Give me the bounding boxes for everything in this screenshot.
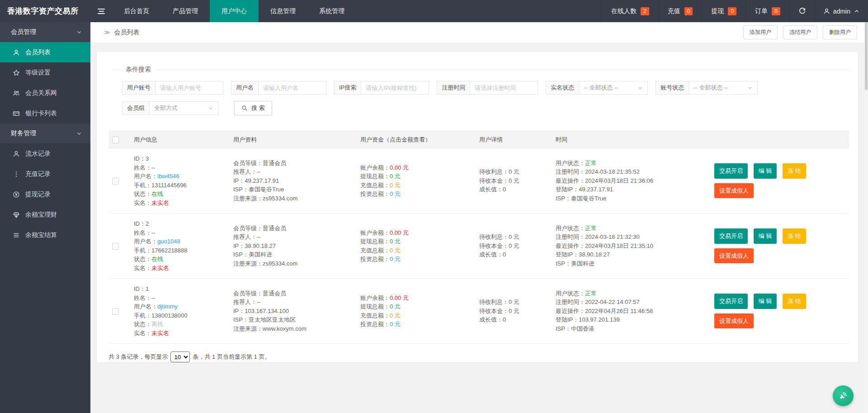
user-icon [13,49,20,56]
invest-total-link[interactable]: 0 元 [390,321,401,328]
chevron-down-icon [747,85,753,91]
stat-orders[interactable]: 订单 0 [745,0,789,22]
row-checkbox[interactable] [112,308,119,315]
user-menu[interactable]: admin [815,0,868,22]
realname-status: 未实名 [151,265,169,271]
username-link[interactable]: djtimmy [157,303,178,310]
table-row: ID：2 姓名：-- 用户名：guo1048 手机：17662218888 状态… [108,214,849,279]
sidebar-item-level-settings[interactable]: 等级设置 [0,62,90,83]
realname-status-select[interactable]: -- 全部状态 -- [579,81,648,95]
bank-card-icon [13,110,20,117]
sidebar-item-withdraw-records[interactable]: 提现记录 [0,184,90,204]
sidebar-group-finance[interactable]: 财务管理 [0,123,90,143]
chevron-down-icon [76,130,82,137]
cell-time: 用户状态：正常 注册时间：2024-03-18 21:32:30 最近操作：20… [552,214,711,279]
select-all-checkbox[interactable] [112,137,119,143]
top-nav: 后台首页 产品管理 用户中心 信息管理 系统管理 [112,0,356,22]
sidebar-item-flow-records[interactable]: 流水记录 [0,143,90,164]
growth-value: 0 [503,251,506,258]
sound-toggle-button[interactable] [833,385,854,406]
edit-button[interactable]: 编 辑 [754,294,777,309]
member-group-select[interactable]: 全部方式 [150,101,218,115]
balance-link[interactable]: 0.00 元 [390,229,409,236]
ip-search-input[interactable] [361,81,429,95]
referrer: -- [257,299,261,305]
balance-link[interactable]: 0.00 元 [390,294,409,301]
cell-user-funds: 账户余额：0.00 元 提现总额：0 元 充值总额：0 元 投资总额：0 元 [357,148,476,214]
row-checkbox[interactable] [112,243,119,250]
sidebar-item-bank-cards[interactable]: 银行卡列表 [0,103,90,123]
recharge-total-link[interactable]: 0 元 [390,247,401,254]
row-checkbox[interactable] [112,178,119,185]
set-fake-user-button[interactable]: 设置成假人 [714,183,754,199]
freeze-button[interactable]: 冻 结 [783,163,806,179]
online-status: 离线 [151,321,163,328]
freeze-user-button[interactable]: 冻结用户 [783,25,817,39]
nav-item-user-center[interactable]: 用户中心 [210,0,259,22]
account-input[interactable] [156,81,223,95]
trade-toggle-button[interactable]: 交易开启 [714,228,748,244]
stat-orders-label: 订单 [755,7,768,15]
cell-user-profile: 会员等级：普通会员 推荐人：-- IP：38.90.18.27 ISP：美国科进… [230,214,357,279]
username-link[interactable]: lbw4546 [157,173,179,180]
pending-interest: 0 元 [509,168,519,175]
vertical-scrollbar[interactable] [864,22,868,413]
withdraw-total-link[interactable]: 0 元 [390,303,401,310]
nav-item-information[interactable]: 信息管理 [259,0,307,22]
add-user-button[interactable]: 添加用户 [743,25,778,39]
trade-toggle-button[interactable]: 交易开启 [714,163,748,179]
sidebar-item-member-list[interactable]: 会员列表 [0,42,90,62]
reg-time: 2024-03-18 21:32:30 [585,233,640,240]
delete-user-button[interactable]: 删除用户 [823,25,857,39]
table-body: ID：3 姓名：-- 用户名：lbw4546 手机：13111445696 状态… [108,148,849,344]
table-row: ID：1 姓名：-- 用户名：djtimmy 手机：13800138000 状态… [108,279,849,344]
withdraw-total-link[interactable]: 0 元 [390,238,401,245]
invest-total-link[interactable]: 0 元 [390,190,401,197]
edit-button[interactable]: 编 辑 [754,228,777,244]
scrollbar-thumb[interactable] [865,22,868,90]
refresh-button[interactable] [789,0,815,22]
nav-item-products[interactable]: 产品管理 [161,0,210,22]
nav-item-system[interactable]: 系统管理 [307,0,356,22]
stat-online-users[interactable]: 在线人数 2 [602,0,658,22]
reg-ip: 103.167.134.100 [245,308,289,314]
user-id: 3 [146,155,149,162]
cell-user-details: 待收利息：0 元 待收本金：0 元 成长值：0 [476,279,552,344]
content-card: 条件搜索 用户账号 用户名 IP搜索 注册时间 实名状态 -- [97,52,858,362]
invest-total-link[interactable]: 0 元 [390,256,401,262]
sidebar-group-members[interactable]: 会员管理 [0,22,90,42]
main-content: 条件搜索 用户账号 用户名 IP搜索 注册时间 实名状态 -- [90,43,868,413]
sidebar-item-recharge-records[interactable]: 充值记录 [0,164,90,184]
balance-link[interactable]: 0.00 元 [390,164,409,171]
edit-button[interactable]: 编 辑 [754,163,777,179]
set-fake-user-button[interactable]: 设置成假人 [714,248,754,264]
user-id: 2 [146,220,149,227]
sidebar-item-yuebao-settlement[interactable]: 余额宝结算 [0,225,90,245]
reg-ip: 49.237.17.91 [245,177,279,184]
freeze-button[interactable]: 冻 结 [783,294,806,309]
sidebar-item-member-network[interactable]: 会员关系网 [0,83,90,103]
withdraw-total-link[interactable]: 0 元 [390,173,401,180]
recharge-total-link[interactable]: 0 元 [390,182,401,189]
username-link[interactable]: guo1048 [157,238,180,245]
stat-withdraw[interactable]: 提现 0 [702,0,745,22]
filter-account-label: 用户账号 [122,81,156,95]
col-actions [711,131,849,148]
hamburger-icon[interactable] [90,0,112,22]
table-header: 用户信息 用户资料 用户资金（点击金额查看） 用户详情 时间 [108,131,849,148]
trade-toggle-button[interactable]: 交易开启 [714,294,748,309]
search-button[interactable]: 搜 索 [234,101,272,115]
stat-online-label: 在线人数 [611,7,637,15]
username-input[interactable] [259,81,326,95]
breadcrumb-separator-icon: ≫ [104,29,110,36]
filter-member-group-label: 会员组 [122,101,150,115]
freeze-button[interactable]: 冻 结 [783,228,806,244]
page-size-select[interactable]: 10 [170,351,190,362]
set-fake-user-button[interactable]: 设置成假人 [714,313,754,329]
stat-recharge[interactable]: 充值 0 [658,0,702,22]
sidebar-item-yuebao-invest[interactable]: 余额宝理财 [0,204,90,225]
recharge-total-link[interactable]: 0 元 [390,312,401,319]
reg-time-input[interactable] [470,81,538,95]
nav-item-dashboard[interactable]: 后台首页 [112,0,161,22]
account-status-select[interactable]: -- 全部状态 -- [689,81,758,95]
